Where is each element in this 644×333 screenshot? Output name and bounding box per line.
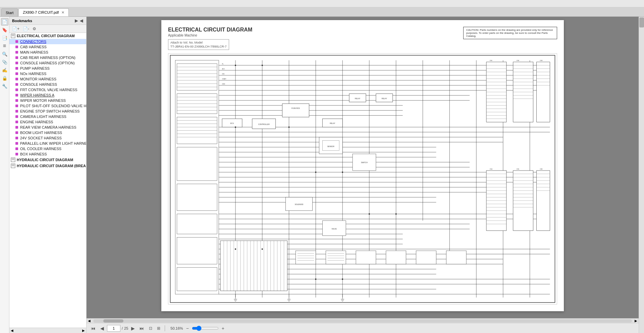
tab-start[interactable]: Start	[1, 8, 18, 16]
bookmark-nox-label: NOx HARNESS	[20, 72, 46, 76]
pdf-next-page-btn[interactable]: ▶	[129, 325, 137, 332]
signature-icon[interactable]: ✍	[1, 66, 8, 74]
svg-text:ACC: ACC	[222, 68, 225, 70]
bookmark-pilot-label: PILOT SHUT-OFF SOLENOID VALVE H	[20, 104, 86, 108]
open-icon[interactable]: 📄	[1, 18, 8, 25]
svg-rect-250	[296, 251, 316, 264]
diagram-meta-table: Attach to Vol. No. Model TT-JBR41-EN-00 …	[168, 39, 229, 50]
bookmark-monitor[interactable]: MONITOR HARNESS	[9, 76, 86, 82]
pdf-page-input[interactable]	[107, 325, 120, 332]
pdf-fit-page-btn[interactable]: ⊡	[147, 325, 154, 332]
svg-text:B+: B+	[222, 63, 224, 65]
bookmark-dot-console-opt	[15, 62, 18, 64]
svg-point-249	[342, 278, 343, 280]
svg-text:GND: GND	[222, 83, 225, 85]
bookmarks-scroll-left[interactable]: ◀	[11, 329, 13, 332]
bookmark-file-icon	[11, 34, 15, 38]
tools-icon[interactable]: 🔧	[1, 82, 8, 90]
tab-pdf[interactable]: ZX890-7 CIRCUIT.pdf ✕	[18, 8, 69, 16]
bookmark-boom-light[interactable]: BOOM LIGHT HARNESS	[9, 130, 86, 135]
bookmark-pump[interactable]: PUMP HARNESS	[9, 66, 86, 71]
bookmark-wiper-a[interactable]: WIPER HARNESS A	[9, 92, 86, 98]
pdf-fit-width-btn[interactable]: ⊞	[155, 325, 162, 332]
pdf-prev-page-btn[interactable]: ◀	[99, 325, 106, 332]
svg-text:CONTROLLER: CONTROLLER	[258, 123, 270, 125]
bookmark-cab-harness[interactable]: CAB HARNESS	[9, 44, 86, 50]
page-icon[interactable]: 📑	[1, 34, 8, 42]
bookmark-pilot-shutoff[interactable]: PILOT SHUT-OFF SOLENOID VALVE H	[9, 103, 86, 109]
bookmark-main-harness[interactable]: MAIN HARNESS	[9, 50, 86, 55]
bookmarks-header-controls: ▶ ◀	[74, 18, 84, 23]
attachment-icon[interactable]: 📎	[1, 58, 8, 66]
bookmark-box-harness[interactable]: BOX HARNESS	[9, 151, 86, 157]
bookmark-hydraulic-brea-icon	[11, 163, 15, 168]
svg-rect-179	[537, 171, 550, 231]
bookmark-console[interactable]: CONSOLE HARNESS	[9, 82, 86, 87]
bookmark-dot-cab	[15, 46, 18, 48]
pdf-content[interactable]: CAUTION: Parts numbers on the drawing ar…	[87, 17, 639, 318]
bookmarks-scroll-right[interactable]: ▶	[82, 329, 85, 332]
pdf-total-pages: 25	[124, 326, 128, 330]
layers-icon[interactable]: ≡	[1, 42, 8, 50]
tab-pdf-label: ZX890-7 CIRCUIT.pdf	[23, 10, 59, 14]
bookmark-wiper-motor[interactable]: WIPER MOTOR HARNESS	[9, 98, 86, 103]
lock-icon[interactable]: 🔒	[1, 74, 8, 82]
h-scrollbar[interactable]: ◀ ▶	[87, 318, 639, 323]
bookmarks-collapse-btn[interactable]: ◀	[79, 18, 84, 23]
diagram-meta: Attach to Vol. No. Model TT-JBR41-EN-00 …	[168, 38, 557, 51]
bookmark-dot-nox	[15, 72, 18, 75]
bookmark-wiper-motor-label: WIPER MOTOR HARNESS	[20, 98, 66, 103]
bookmark-rear-view-label: REAR VIEW CAMERA HARNESS	[20, 125, 76, 129]
pdf-last-page-btn[interactable]: ⏭	[138, 325, 146, 332]
pdf-first-page-btn[interactable]: ⏮	[89, 325, 97, 332]
bookmark-connectors[interactable]: CONNECTORS	[9, 39, 86, 44]
right-scrollbar[interactable]	[639, 17, 644, 333]
main-area: 📄 🔖 📑 ≡ 🔍 📎 ✍ 🔒 🔧 Bookmarks ▶ ◀ 📄+ 📄- ⚙	[0, 17, 644, 333]
bookmark-hydraulic[interactable]: HYDRAULIC CIRCUIT DIAGRAM	[9, 157, 86, 163]
bookmark-oil-label: OIL COOLER HARNESS	[20, 147, 61, 151]
search-icon[interactable]: 🔍	[1, 50, 8, 58]
bookmark-console-opt[interactable]: CONSOLE HARNESS (OPTION)	[9, 60, 86, 66]
bookmark-frt-control[interactable]: FRT CONTROL VALVE HARNESS	[9, 87, 86, 92]
bookmark-engine-stop[interactable]: ENGINE STOP SWITCH HARNESS	[9, 109, 86, 114]
h-scroll-track[interactable]	[93, 319, 632, 323]
pdf-zoom-in-btn[interactable]: +	[220, 325, 226, 332]
bookmark-console-label: CONSOLE HARNESS	[20, 82, 57, 86]
bookmark-dot-camera	[15, 115, 18, 118]
h-scroll-right-btn[interactable]: ▶	[633, 319, 639, 323]
bookmark-cab-rear[interactable]: CAB REAR HARNESS (OPTION)	[9, 55, 86, 60]
bookmark-add-btn[interactable]: 📄+	[11, 26, 21, 32]
svg-rect-255	[326, 251, 346, 264]
bookmarks-expand-btn[interactable]: ▶	[74, 18, 78, 23]
bookmark-24v-socket[interactable]: 24V SOCKET HARNESS	[9, 135, 86, 141]
bookmark-dot-connectors	[15, 40, 18, 43]
pdf-page: CAUTION: Parts numbers on the drawing ar…	[161, 20, 564, 311]
bookmark-frt-label: FRT CONTROL VALVE HARNESS	[20, 88, 77, 92]
bookmark-electrical[interactable]: ELECTRICAL CIRCUIT DIAGRAM	[9, 33, 86, 39]
bookmark-dot-rear-view	[15, 126, 18, 129]
svg-text:SOLENOID: SOLENOID	[295, 203, 304, 205]
bookmark-parallel-link[interactable]: PARALLEL-LINK WIPER LIGHT HARNE	[9, 141, 86, 146]
h-scroll-thumb[interactable]	[103, 319, 123, 323]
svg-point-244	[369, 213, 370, 215]
bookmarks-toolbar: 📄+ 📄- ⚙	[9, 25, 86, 33]
bookmark-options-btn[interactable]: ⚙	[31, 26, 38, 32]
pdf-zoom-out-btn[interactable]: −	[184, 325, 191, 332]
bookmark-engine-harness[interactable]: ENGINE HARNESS	[9, 119, 86, 125]
pdf-toolbar-bottom: ⏮ ◀ / 25 ▶ ⏭ ⊡ ⊞ 50.16% − +	[87, 323, 639, 333]
bookmark-hydraulic-brea[interactable]: HYDRAULIC CIRCUIT DIAGRAM (BREA	[9, 163, 86, 169]
bookmarks-header: Bookmarks ▶ ◀	[9, 17, 86, 25]
bookmark-dot-pump	[15, 67, 18, 70]
svg-point-246	[235, 248, 236, 250]
bookmark-oil-cooler[interactable]: OIL COOLER HARNESS	[9, 146, 86, 151]
bookmark-nox[interactable]: NOx HARNESS	[9, 71, 86, 76]
bookmark-delete-btn[interactable]: 📄-	[21, 26, 31, 32]
h-scroll-left-btn[interactable]: ◀	[87, 319, 92, 323]
bookmark-rear-view[interactable]: REAR VIEW CAMERA HARNESS	[9, 125, 86, 130]
bookmark-camera-light[interactable]: CAMERA LIGHT HARNESS	[9, 114, 86, 119]
bookmark-icon[interactable]: 🔖	[1, 26, 8, 34]
svg-point-243	[342, 172, 343, 173]
tab-close-icon[interactable]: ✕	[61, 10, 64, 15]
bookmark-dot-parallel	[15, 142, 18, 145]
pdf-zoom-slider[interactable]	[192, 326, 219, 331]
